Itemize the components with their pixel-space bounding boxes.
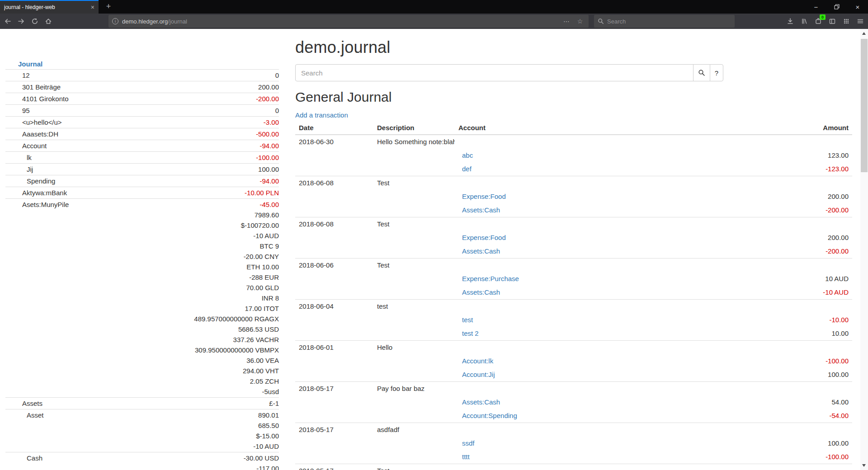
account-balance-amount: 685.50	[123, 420, 279, 431]
toolbar-search-field[interactable]: Search	[594, 15, 735, 28]
site-info-icon[interactable]: i	[112, 18, 118, 24]
transaction-description: Pay foo bar baz	[373, 382, 455, 396]
posting-account-link[interactable]: Expense:Food	[462, 193, 506, 200]
transaction-row[interactable]: 2018-06-06Test	[295, 258, 852, 273]
posting-account-link[interactable]: test	[462, 316, 473, 324]
transaction-description: Test	[373, 217, 455, 231]
journal-header-row: Date Description Account Amount	[295, 122, 852, 135]
posting-account-link[interactable]: test 2	[462, 329, 479, 337]
grid-icon	[843, 18, 850, 25]
sidebar-account-row: Jij100.00	[5, 164, 279, 175]
sidebar-account-link[interactable]: Assets	[22, 400, 42, 407]
journal-search-button[interactable]	[693, 64, 710, 81]
library-button[interactable]	[797, 14, 811, 28]
sidebar-account-link[interactable]: Aktywa:mBank	[22, 189, 67, 197]
posting-account-link[interactable]: Account:lk	[462, 357, 493, 365]
posting-account-link[interactable]: tttt	[462, 453, 470, 461]
posting-amount: 123.00	[708, 149, 852, 162]
posting-amount: -100.00	[708, 450, 852, 464]
posting-account-link[interactable]: Expense:Purchase	[462, 275, 519, 282]
browser-tab[interactable]: journal - hledger-web ×	[0, 0, 99, 14]
journal-search-input[interactable]	[295, 64, 693, 81]
sidebar-account-link[interactable]: 95	[22, 107, 30, 114]
sidebar-account-row: Spending-94.00	[5, 175, 279, 187]
new-tab-button[interactable]: +	[101, 0, 116, 14]
transaction-row[interactable]: 2018-05-17asdfadf	[295, 423, 852, 437]
sidebar-account-link[interactable]: lk	[27, 154, 32, 161]
transaction-description: asdfadf	[373, 423, 455, 437]
sidebar-account-row: Asets:MunyPile-45.007989.60$-100720.00-1…	[5, 199, 279, 398]
posting-account-link[interactable]: def	[462, 165, 472, 173]
sidebar-account-link[interactable]: Spending	[27, 177, 55, 185]
downloads-button[interactable]	[783, 14, 797, 28]
sidebar-account-link[interactable]: <u>hello</u>	[22, 118, 62, 126]
transaction-row[interactable]: 2018-06-04test	[295, 300, 852, 314]
transaction-row[interactable]: 2018-06-08Test	[295, 217, 852, 231]
posting-account-link[interactable]: Assets:Cash	[462, 398, 500, 406]
url-domain: demo.hledger.org	[122, 18, 168, 25]
page-actions-icon[interactable]: ⋯	[561, 18, 571, 25]
posting-account-link[interactable]: Account:Jij	[462, 371, 495, 378]
sidebar-account-link[interactable]: Asset	[27, 411, 44, 419]
bookmark-star-icon[interactable]: ☆	[575, 18, 585, 25]
reload-button[interactable]	[28, 14, 42, 28]
sidebar-journal-link[interactable]: Journal	[18, 60, 42, 68]
browser-titlebar: journal - hledger-web × + − ×	[0, 0, 868, 14]
posting-account-link[interactable]: ssdf	[462, 439, 475, 447]
back-button[interactable]	[1, 14, 14, 28]
apps-grid-button[interactable]	[840, 14, 853, 28]
transaction-row[interactable]: 2018-06-08Test	[295, 176, 852, 190]
window-minimize-button[interactable]: −	[806, 0, 826, 14]
menu-button[interactable]	[854, 14, 867, 28]
window-close-button[interactable]: ×	[847, 0, 868, 14]
window-restore-button[interactable]	[826, 0, 847, 14]
scrollbar-down-arrow[interactable]	[862, 464, 866, 467]
url-bar[interactable]: i demo.hledger.org/journal ⋯ ☆	[108, 15, 589, 28]
tab-close-icon[interactable]: ×	[91, 4, 94, 10]
account-balance-amount: -3.00	[123, 117, 279, 127]
sidebar-icon	[829, 18, 836, 25]
page-scrollbar[interactable]	[860, 29, 868, 470]
transaction-row[interactable]: 2018-06-01Hello	[295, 341, 852, 355]
sidebar-account-link[interactable]: 4101 Girokonto	[22, 95, 69, 103]
scrollbar-thumb[interactable]	[861, 39, 868, 172]
posting-account-link[interactable]: abc	[462, 151, 473, 159]
sidebar-account-link[interactable]: Account	[22, 142, 47, 150]
scrollbar-up-arrow[interactable]	[862, 32, 866, 35]
sidebar-account-link[interactable]: Jij	[27, 165, 33, 173]
sidebar-account-link[interactable]: Cash	[27, 454, 42, 462]
posting-account-link[interactable]: Expense:Food	[462, 234, 506, 241]
transaction-description: Hello Something note:blah	[373, 135, 455, 149]
extension-button[interactable]: 0	[811, 14, 825, 28]
posting-account-link[interactable]: Assets:Cash	[462, 206, 500, 214]
library-icon	[801, 18, 808, 25]
sidebar-toggle-button[interactable]	[826, 14, 839, 28]
accounts-sidebar: Journal 120301 Beiträge200.004101 Giroko…	[5, 59, 279, 470]
transaction-row[interactable]: 2018-05-17Pay foo bar baz	[295, 382, 852, 396]
posting-account-link[interactable]: Assets:Cash	[462, 247, 500, 255]
transaction-row[interactable]: 2018-05-17Test	[295, 464, 852, 470]
sidebar-account-link[interactable]: 301 Beiträge	[22, 83, 61, 91]
sidebar-account-link[interactable]: Aaasets:DH	[22, 130, 58, 138]
account-balance-amount: 70.00 GLD	[123, 282, 279, 293]
search-help-button[interactable]: ?	[710, 64, 723, 81]
posting-amount: -10.00	[708, 313, 852, 327]
account-balance-amount: -100.00	[123, 152, 279, 163]
sidebar-account-row: lk-100.00	[5, 152, 279, 164]
posting-row: Expense:Food200.00	[295, 190, 852, 203]
account-balance-amount: -288 EUR	[123, 272, 279, 282]
transaction-date: 2018-05-17	[295, 464, 373, 470]
posting-account-link[interactable]: Account:Spending	[462, 412, 517, 419]
sidebar-account-link[interactable]: Asets:MunyPile	[22, 201, 69, 208]
forward-button[interactable]	[14, 14, 28, 28]
add-transaction-link[interactable]: Add a transaction	[295, 111, 348, 119]
tab-title: journal - hledger-web	[4, 4, 88, 10]
sidebar-account-link[interactable]: 12	[22, 71, 30, 79]
journal-search-form: ?	[295, 64, 728, 81]
account-balance-amount: -10 AUD	[123, 441, 279, 451]
account-balance-amount: BTC 9	[123, 241, 279, 251]
page-title: demo.journal	[295, 38, 852, 57]
transaction-row[interactable]: 2018-06-30Hello Something note:blah	[295, 135, 852, 149]
posting-account-link[interactable]: Assets:Cash	[462, 288, 500, 296]
home-button[interactable]	[42, 14, 55, 28]
